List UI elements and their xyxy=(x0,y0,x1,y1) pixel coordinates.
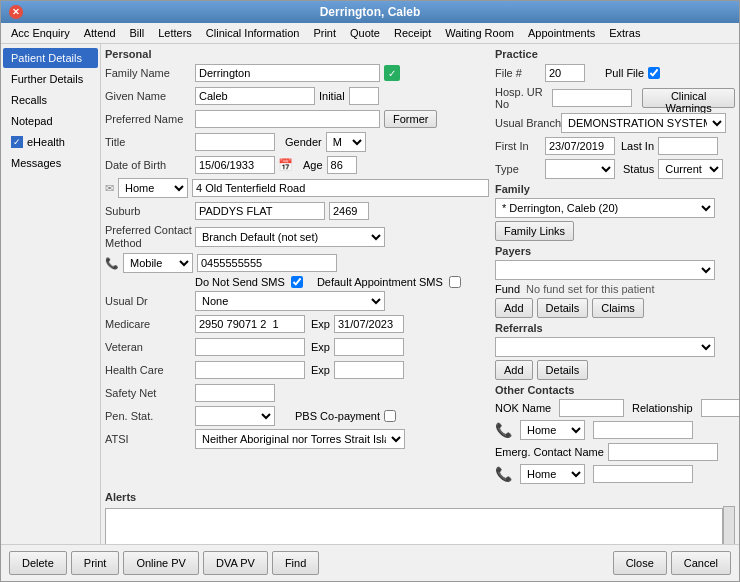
family-select[interactable]: * Derrington, Caleb (20) xyxy=(495,198,715,218)
health-care-row: Health Care Exp xyxy=(105,360,489,380)
emerg-contact-input[interactable] xyxy=(608,443,718,461)
ehealth-check-icon: ✓ xyxy=(11,136,23,148)
payers-details-button[interactable]: Details xyxy=(537,298,589,318)
phone-type-select[interactable]: Mobile xyxy=(123,253,193,273)
menu-waiting-room[interactable]: Waiting Room xyxy=(439,25,520,41)
usual-branch-select[interactable]: DEMONSTRATION SYSTEM (20) xyxy=(561,113,726,133)
atsi-select[interactable]: Neither Aboriginal nor Torres Strait Isl… xyxy=(195,429,405,449)
nok-name-input[interactable] xyxy=(559,399,624,417)
menu-extras[interactable]: Extras xyxy=(603,25,646,41)
cancel-button[interactable]: Cancel xyxy=(671,551,731,575)
veteran-exp-label: Exp xyxy=(311,341,330,353)
referrals-select[interactable] xyxy=(495,337,715,357)
status-label: Status xyxy=(623,163,654,175)
family-name-input[interactable] xyxy=(195,64,380,82)
dob-input[interactable] xyxy=(195,156,275,174)
pbs-copayment-checkbox[interactable] xyxy=(384,410,396,422)
sidebar-ehealth[interactable]: ✓ eHealth xyxy=(3,132,98,152)
former-button[interactable]: Former xyxy=(384,110,437,128)
other-contacts-section-label: Other Contacts xyxy=(495,384,735,396)
dob-row: Date of Birth 📅 Age xyxy=(105,155,489,175)
pen-stat-select[interactable] xyxy=(195,406,275,426)
sidebar-further-details[interactable]: Further Details xyxy=(3,69,98,89)
pull-file-checkbox[interactable] xyxy=(648,67,660,79)
payers-select[interactable] xyxy=(495,260,715,280)
pbs-copayment-label: PBS Co-payment xyxy=(295,410,380,422)
menu-receipt[interactable]: Receipt xyxy=(388,25,437,41)
clinical-warnings-button[interactable]: Clinical Warnings xyxy=(642,88,735,108)
nok-name-label: NOK Name xyxy=(495,402,555,414)
close-icon[interactable]: ✕ xyxy=(9,5,23,19)
relationship-input[interactable] xyxy=(701,399,739,417)
practice-section-label: Practice xyxy=(495,48,735,60)
nok-phone-input[interactable] xyxy=(593,421,693,439)
health-care-exp-input[interactable] xyxy=(334,361,404,379)
pull-file-label: Pull File xyxy=(605,67,644,79)
suburb-input[interactable] xyxy=(195,202,325,220)
preferred-name-input[interactable] xyxy=(195,110,380,128)
first-in-input[interactable] xyxy=(545,137,615,155)
family-links-button[interactable]: Family Links xyxy=(495,221,574,241)
menu-appointments[interactable]: Appointments xyxy=(522,25,601,41)
menu-clinical-info[interactable]: Clinical Information xyxy=(200,25,306,41)
emerg-phone-input[interactable] xyxy=(593,465,693,483)
sidebar-recalls[interactable]: Recalls xyxy=(3,90,98,110)
delete-button[interactable]: Delete xyxy=(9,551,67,575)
do-not-send-sms-checkbox[interactable] xyxy=(291,276,303,288)
print-button[interactable]: Print xyxy=(71,551,120,575)
footer-right: Close Cancel xyxy=(613,551,731,575)
postcode-input[interactable] xyxy=(329,202,369,220)
referrals-details-button[interactable]: Details xyxy=(537,360,589,380)
health-care-input[interactable] xyxy=(195,361,305,379)
referrals-add-button[interactable]: Add xyxy=(495,360,533,380)
usual-dr-select[interactable]: None xyxy=(195,291,385,311)
payers-claims-button[interactable]: Claims xyxy=(592,298,644,318)
emerg-phone-type-select[interactable]: Home xyxy=(520,464,585,484)
medicare-input[interactable] xyxy=(195,315,305,333)
given-name-label: Given Name xyxy=(105,90,195,102)
find-button[interactable]: Find xyxy=(272,551,319,575)
sidebar-messages[interactable]: Messages xyxy=(3,153,98,173)
status-select[interactable]: Current xyxy=(658,159,723,179)
safety-net-input[interactable] xyxy=(195,384,275,402)
title-input[interactable] xyxy=(195,133,275,151)
menu-attend[interactable]: Attend xyxy=(78,25,122,41)
hosp-ur-input[interactable] xyxy=(552,89,632,107)
file-input[interactable] xyxy=(545,64,585,82)
menu-letters[interactable]: Letters xyxy=(152,25,198,41)
given-name-input[interactable] xyxy=(195,87,315,105)
sidebar: Patient Details Further Details Recalls … xyxy=(1,44,101,544)
menu-quote[interactable]: Quote xyxy=(344,25,386,41)
suburb-row: Suburb xyxy=(105,201,489,221)
default-appt-sms-checkbox[interactable] xyxy=(449,276,461,288)
sidebar-notepad[interactable]: Notepad xyxy=(3,111,98,131)
initial-input[interactable] xyxy=(349,87,379,105)
veteran-exp-input[interactable] xyxy=(334,338,404,356)
given-name-row: Given Name Initial xyxy=(105,86,489,106)
phone-input[interactable] xyxy=(197,254,337,272)
menu-acc-enquiry[interactable]: Acc Enquiry xyxy=(5,25,76,41)
address-type-select[interactable]: Home xyxy=(118,178,188,198)
medicare-exp-input[interactable] xyxy=(334,315,404,333)
menu-print[interactable]: Print xyxy=(307,25,342,41)
payers-add-button[interactable]: Add xyxy=(495,298,533,318)
veteran-input[interactable] xyxy=(195,338,305,356)
dva-pv-button[interactable]: DVA PV xyxy=(203,551,268,575)
alerts-scrollbar[interactable] xyxy=(723,506,735,544)
nok-phone-type-select[interactable]: Home xyxy=(520,420,585,440)
menu-bill[interactable]: Bill xyxy=(124,25,151,41)
referrals-buttons-row: Add Details xyxy=(495,360,735,380)
last-in-input[interactable] xyxy=(658,137,718,155)
sidebar-patient-details[interactable]: Patient Details xyxy=(3,48,98,68)
close-button[interactable]: Close xyxy=(613,551,667,575)
alerts-textarea[interactable] xyxy=(105,508,723,544)
address-input[interactable] xyxy=(192,179,489,197)
online-pv-button[interactable]: Online PV xyxy=(123,551,199,575)
dob-label: Date of Birth xyxy=(105,159,195,171)
type-select[interactable] xyxy=(545,159,615,179)
preferred-contact-select[interactable]: Branch Default (not set) xyxy=(195,227,385,247)
calendar-icon[interactable]: 📅 xyxy=(278,158,293,172)
age-input[interactable] xyxy=(327,156,357,174)
gender-select[interactable]: MF xyxy=(326,132,366,152)
pen-stat-label: Pen. Stat. xyxy=(105,410,195,422)
